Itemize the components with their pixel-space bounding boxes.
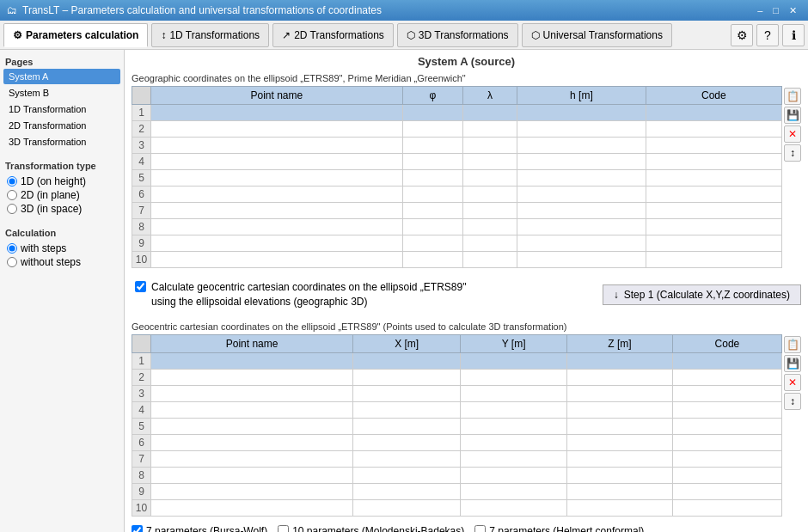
geo3d-cell-x-1[interactable] xyxy=(353,352,461,369)
minimize-button[interactable]: – xyxy=(753,4,767,17)
geo-cell-name-5[interactable] xyxy=(151,170,403,187)
geo-cell-lambda-9[interactable] xyxy=(463,235,517,252)
geo-cell-code-6[interactable] xyxy=(646,187,781,203)
geo3d-cell-y-4[interactable] xyxy=(461,401,567,418)
geo3d-cell-x-6[interactable] xyxy=(353,434,461,450)
geo3d-clear-button[interactable]: ✕ xyxy=(784,374,801,391)
geo3d-cell-name-8[interactable] xyxy=(151,467,353,483)
geo3d-cell-x-9[interactable] xyxy=(353,483,461,499)
close-button[interactable]: ✕ xyxy=(785,4,801,17)
geo3d-cell-code-6[interactable] xyxy=(672,434,781,450)
geo-cell-lambda-3[interactable] xyxy=(463,138,517,154)
geo-cell-lambda-10[interactable] xyxy=(463,252,517,268)
geo3d-cell-y-8[interactable] xyxy=(461,467,567,483)
geo-cell-h-9[interactable] xyxy=(517,235,646,252)
geo-clear-button[interactable]: ✕ xyxy=(784,125,801,143)
geo3d-cell-x-10[interactable] xyxy=(353,499,461,516)
tab-2d[interactable]: ↗ 2D Transformations xyxy=(272,23,394,47)
geo-cell-lambda-1[interactable] xyxy=(463,105,517,121)
geo3d-cell-x-4[interactable] xyxy=(353,401,461,418)
geo3d-cell-z-5[interactable] xyxy=(567,418,673,434)
param-check-helmert[interactable]: 7 parameters (Helmert conformal) xyxy=(474,525,644,532)
geo-cell-phi-4[interactable] xyxy=(402,154,462,170)
geo-cell-lambda-7[interactable] xyxy=(463,203,517,219)
geo3d-cell-x-2[interactable] xyxy=(353,369,461,385)
geo-cell-name-9[interactable] xyxy=(151,235,403,252)
geo3d-cell-z-6[interactable] xyxy=(567,434,673,450)
geo-cell-name-2[interactable] xyxy=(151,121,403,138)
radio-1d[interactable] xyxy=(7,176,17,187)
geo3d-cell-z-4[interactable] xyxy=(567,401,673,418)
geo3d-cell-x-3[interactable] xyxy=(353,385,461,401)
geo-cell-name-7[interactable] xyxy=(151,203,403,219)
geo3d-cell-name-3[interactable] xyxy=(151,385,353,401)
geo3d-cell-code-5[interactable] xyxy=(672,418,781,434)
tab-universal[interactable]: ⬡ Universal Transformations xyxy=(522,23,672,47)
geo3d-cell-x-7[interactable] xyxy=(353,450,461,467)
tab-3d[interactable]: ⬡ 3D Transformations xyxy=(397,23,518,47)
step1-button[interactable]: ↓ Step 1 (Calculate X,Y,Z coordinates) xyxy=(603,284,801,305)
geo-cell-h-8[interactable] xyxy=(517,219,646,235)
radio-without-steps[interactable] xyxy=(7,257,17,267)
geo3d-cell-name-2[interactable] xyxy=(151,369,353,385)
sidebar-item-2d[interactable]: 2D Transformation xyxy=(3,118,120,133)
geo3d-cell-x-8[interactable] xyxy=(353,467,461,483)
geo-cell-code-8[interactable] xyxy=(646,219,781,235)
window-controls[interactable]: – □ ✕ xyxy=(753,4,801,17)
geo3d-cell-code-8[interactable] xyxy=(672,467,781,483)
bursa-wolf-checkbox[interactable] xyxy=(132,525,143,532)
geo-cell-h-2[interactable] xyxy=(517,121,646,138)
geo3d-cell-y-9[interactable] xyxy=(461,483,567,499)
geo-cell-name-8[interactable] xyxy=(151,219,403,235)
geo3d-cell-code-2[interactable] xyxy=(672,369,781,385)
maximize-button[interactable]: □ xyxy=(768,4,783,17)
geo-cell-lambda-4[interactable] xyxy=(463,154,517,170)
geo3d-cell-z-7[interactable] xyxy=(567,450,673,467)
geo-cell-code-3[interactable] xyxy=(646,138,781,154)
geo3d-cell-z-1[interactable] xyxy=(567,352,673,369)
geo-cell-lambda-5[interactable] xyxy=(463,170,517,187)
geo-cell-phi-3[interactable] xyxy=(402,138,462,154)
geo-scroll-button[interactable]: ↕ xyxy=(784,144,801,162)
sidebar-item-system-a[interactable]: System A xyxy=(3,69,120,84)
radio-with-steps[interactable] xyxy=(7,243,17,254)
geo-cell-phi-6[interactable] xyxy=(402,187,462,203)
geo-cell-name-3[interactable] xyxy=(151,138,403,154)
geo-cell-lambda-8[interactable] xyxy=(463,219,517,235)
geo-cell-code-1[interactable] xyxy=(646,105,781,121)
param-check-bursa[interactable]: 7 parameters (Bursa-Wolf) xyxy=(132,525,267,532)
geo3d-cell-name-10[interactable] xyxy=(151,499,353,516)
geo-cell-phi-2[interactable] xyxy=(402,121,462,138)
geo3d-cell-y-2[interactable] xyxy=(461,369,567,385)
tab-1d[interactable]: ↕ 1D Transformations xyxy=(151,23,269,47)
geo3d-cell-y-7[interactable] xyxy=(461,450,567,467)
info-button[interactable]: ℹ xyxy=(782,24,805,46)
geo3d-cell-name-5[interactable] xyxy=(151,418,353,434)
geo3d-scroll-button[interactable]: ↕ xyxy=(784,393,801,410)
geo3d-cell-code-10[interactable] xyxy=(672,499,781,516)
geo3d-cell-code-1[interactable] xyxy=(672,352,781,369)
geo-cell-h-7[interactable] xyxy=(517,203,646,219)
geo-cell-name-1[interactable] xyxy=(151,105,403,121)
geo-cell-h-6[interactable] xyxy=(517,187,646,203)
geo3d-cell-code-4[interactable] xyxy=(672,401,781,418)
geo3d-cell-x-5[interactable] xyxy=(353,418,461,434)
molodenski-checkbox[interactable] xyxy=(278,525,289,532)
geo-cell-code-10[interactable] xyxy=(646,252,781,268)
geo3d-cell-y-5[interactable] xyxy=(461,418,567,434)
geo3d-cell-y-1[interactable] xyxy=(461,352,567,369)
geo3d-cell-z-3[interactable] xyxy=(567,385,673,401)
geo-cell-phi-8[interactable] xyxy=(402,219,462,235)
geo3d-cell-name-4[interactable] xyxy=(151,401,353,418)
geo-cell-code-4[interactable] xyxy=(646,154,781,170)
geo-cell-lambda-6[interactable] xyxy=(463,187,517,203)
geo-cell-phi-1[interactable] xyxy=(402,105,462,121)
geo3d-cell-y-3[interactable] xyxy=(461,385,567,401)
helmert-checkbox[interactable] xyxy=(474,525,486,532)
geo3d-cell-code-3[interactable] xyxy=(672,385,781,401)
geo-cell-phi-5[interactable] xyxy=(402,170,462,187)
tab-params[interactable]: ⚙ Parameters calculation xyxy=(3,23,148,47)
settings-button[interactable]: ⚙ xyxy=(731,24,753,46)
radio-2d[interactable] xyxy=(7,190,17,200)
geo-cell-code-7[interactable] xyxy=(646,203,781,219)
